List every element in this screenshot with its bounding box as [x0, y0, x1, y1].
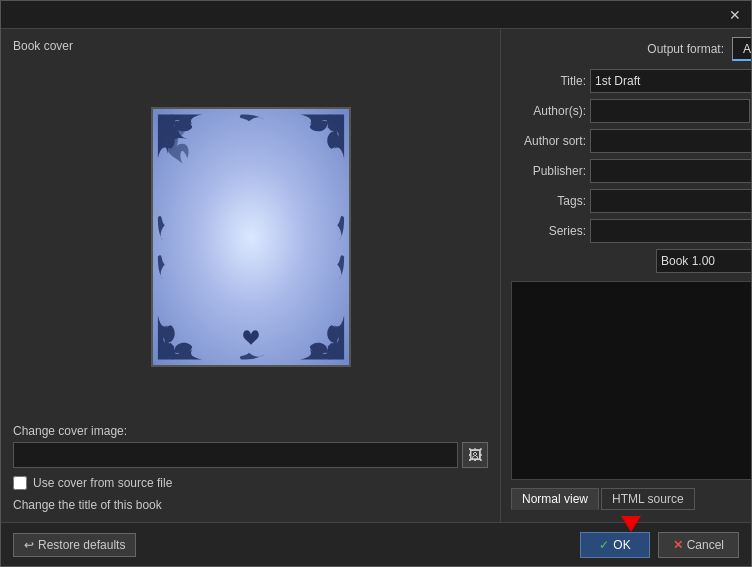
tags-field-row: Tags: ▼ [511, 189, 751, 213]
restore-defaults-button[interactable]: ↩ Restore defaults [13, 533, 136, 557]
arrow-head [621, 516, 641, 532]
right-panel: Output format: AZW3 Title: ✕ Author(s): … [501, 29, 751, 522]
view-tabs: Normal view HTML source [511, 488, 751, 510]
title-input[interactable] [590, 69, 751, 93]
cover-browse-button[interactable]: 🖼 [462, 442, 488, 468]
tags-input[interactable] [590, 189, 751, 213]
use-cover-row: Use cover from source file [13, 476, 488, 490]
cancel-x-icon: ✕ [673, 538, 683, 552]
tags-label: Tags: [511, 194, 586, 208]
series-input[interactable] [590, 219, 751, 243]
book-number-input[interactable] [656, 249, 751, 273]
book-cover-image [151, 107, 351, 367]
author-sort-field-row: Author sort: ✕ [511, 129, 751, 153]
series-label: Series: [511, 224, 586, 238]
restore-icon: ↩ [24, 538, 34, 552]
publisher-input[interactable] [590, 159, 751, 183]
series-field-row: Series: ▼ [511, 219, 751, 243]
tab-html-source[interactable]: HTML source [601, 488, 695, 510]
use-cover-label: Use cover from source file [33, 476, 172, 490]
cover-path-input[interactable] [13, 442, 458, 468]
ok-check-icon: ✓ [599, 538, 609, 552]
title-label: Title: [511, 74, 586, 88]
close-button[interactable]: ✕ [727, 7, 743, 23]
use-cover-checkbox[interactable] [13, 476, 27, 490]
cancel-button[interactable]: ✕ Cancel [658, 532, 739, 558]
publisher-label: Publisher: [511, 164, 586, 178]
authors-label: Author(s): [511, 104, 586, 118]
left-panel: Book cover [1, 29, 501, 522]
output-format-label: Output format: [647, 42, 724, 56]
book-cover-area [13, 59, 488, 414]
cover-decoration [153, 109, 349, 365]
output-format-row: Output format: AZW3 [511, 37, 751, 61]
cover-input-row: 🖼 [13, 442, 488, 468]
title-change-label: Change the title of this book [13, 498, 488, 512]
publisher-field-row: Publisher: ▼ [511, 159, 751, 183]
text-editor-area[interactable] [511, 281, 751, 480]
output-format-select[interactable]: AZW3 [732, 37, 751, 61]
tab-normal-view[interactable]: Normal view [511, 488, 599, 510]
change-cover-section: Change cover image: 🖼 [13, 424, 488, 468]
image-icon: 🖼 [468, 447, 482, 463]
book-cover-label: Book cover [13, 39, 488, 53]
ok-button[interactable]: ✓ OK [580, 532, 649, 558]
author-sort-input[interactable] [590, 129, 751, 153]
title-field-row: Title: ✕ [511, 69, 751, 93]
authors-input[interactable] [590, 99, 750, 123]
titlebar: ✕ [1, 1, 751, 29]
change-cover-label: Change cover image: [13, 424, 488, 438]
dialog-window: ✕ Book cover [0, 0, 752, 567]
ok-label: OK [613, 538, 630, 552]
main-content: Book cover [1, 29, 751, 522]
footer-actions: ✓ OK ✕ Cancel [580, 532, 739, 558]
cancel-label: Cancel [687, 538, 724, 552]
book-number-row: ▼ [511, 249, 751, 273]
author-sort-label: Author sort: [511, 134, 586, 148]
authors-field-row: Author(s): ✕ ▼ [511, 99, 751, 123]
restore-label: Restore defaults [38, 538, 125, 552]
